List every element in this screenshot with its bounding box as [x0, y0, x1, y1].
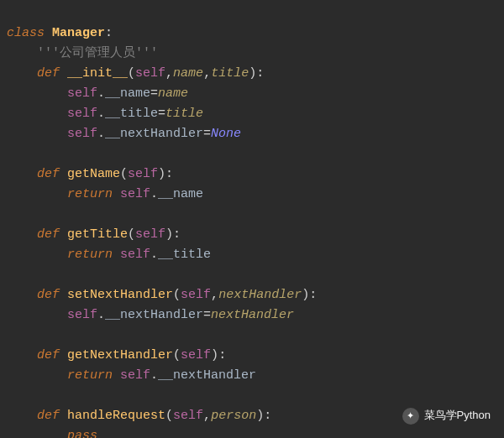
param-name: name — [173, 66, 203, 81]
fn-init: __init__ — [67, 66, 128, 81]
kw-def: def — [37, 409, 60, 423]
attr-name: __name — [158, 187, 203, 201]
val-title: title — [165, 107, 203, 121]
code-block: class Manager: '''公司管理人员''' def __init__… — [0, 0, 504, 438]
self-ref: self — [120, 248, 150, 262]
param-title: title — [211, 66, 249, 81]
self-ref: self — [67, 308, 97, 322]
kw-pass: pass — [67, 429, 97, 438]
watermark-text: 菜鸟学Python — [424, 407, 491, 425]
val-nexthandler: nextHandler — [211, 308, 294, 322]
docstring: '''公司管理人员''' — [37, 46, 158, 60]
attr-nexthandler: __nextHandler — [105, 308, 203, 322]
param-self: self — [135, 227, 165, 242]
self-ref: self — [67, 127, 97, 141]
kw-class: class — [7, 26, 45, 40]
self-ref: self — [120, 368, 150, 383]
kw-return: return — [67, 368, 113, 383]
fn-setnexthandler: setNextHandler — [67, 288, 173, 302]
kw-def: def — [37, 288, 60, 302]
param-person: person — [211, 409, 256, 423]
kw-none: None — [211, 127, 241, 141]
val-name: name — [158, 86, 188, 101]
attr-nexthandler: __nextHandler — [158, 368, 256, 383]
self-ref: self — [67, 107, 97, 121]
self-ref: self — [120, 187, 150, 201]
kw-def: def — [37, 66, 60, 81]
param-self: self — [181, 288, 211, 302]
param-self: self — [173, 409, 203, 423]
kw-return: return — [67, 187, 113, 201]
kw-def: def — [37, 167, 60, 181]
kw-def: def — [37, 348, 60, 362]
fn-gettitle: getTitle — [67, 227, 128, 242]
attr-title: __title — [158, 248, 211, 262]
param-nexthandler: nextHandler — [218, 288, 302, 302]
param-self: self — [135, 66, 165, 81]
param-self: self — [181, 348, 211, 362]
attr-nexthandler: __nextHandler — [105, 127, 203, 141]
fn-getnexthandler: getNextHandler — [67, 348, 173, 362]
watermark: ✦ 菜鸟学Python — [402, 407, 491, 425]
kw-return: return — [67, 248, 113, 262]
attr-name: __name — [105, 86, 150, 101]
fn-getname: getName — [67, 167, 120, 181]
self-ref: self — [67, 86, 97, 101]
attr-title: __title — [105, 107, 158, 121]
wechat-icon: ✦ — [402, 408, 419, 425]
fn-handlerequest: handleRequest — [67, 409, 165, 423]
class-name: Manager — [52, 26, 105, 40]
param-self: self — [128, 167, 158, 181]
kw-def: def — [37, 227, 60, 242]
